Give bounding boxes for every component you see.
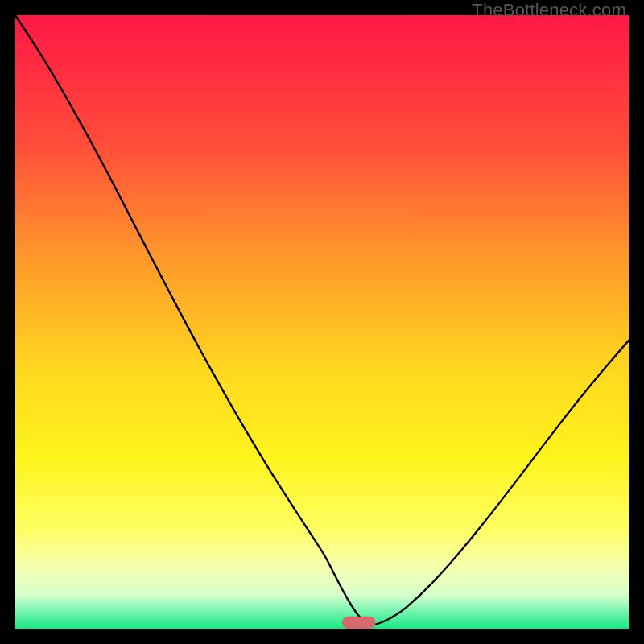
plot-area bbox=[15, 15, 629, 629]
optimal-marker bbox=[342, 617, 376, 629]
watermark-text: TheBottleneck.com bbox=[472, 0, 626, 21]
bottleneck-chart bbox=[15, 15, 629, 629]
chart-frame: TheBottleneck.com bbox=[0, 0, 644, 644]
gradient-background bbox=[15, 15, 629, 629]
